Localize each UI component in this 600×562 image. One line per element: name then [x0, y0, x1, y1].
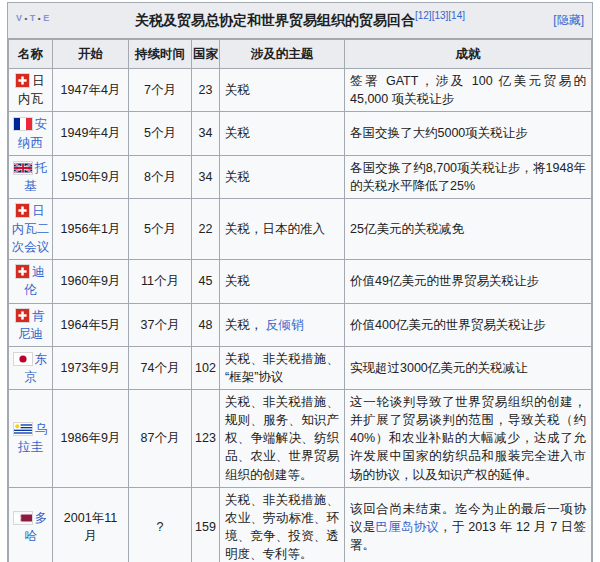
column-header: 成就: [345, 40, 592, 69]
start-cell: 1986年9月: [53, 390, 129, 488]
achievements-link[interactable]: 巴厘岛协议: [375, 520, 439, 534]
duration-cell: 8个月: [129, 155, 192, 198]
titlebar: V•T•E 关税及贸易总协定和世界贸易组织的贸易回合[12][13][14] […: [8, 3, 592, 39]
round-name-cell: 日内瓦: [9, 69, 53, 112]
table-row: 肯尼迪1964年5月37个月48关税， 反倾销价值400亿美元的世界贸易关税让步: [9, 303, 592, 346]
column-header: 持续时间: [129, 40, 192, 69]
subjects-cell: 关税、非关税措施、农业、劳动标准、环境、竞争、投资、透明度、专利等。: [220, 487, 345, 562]
navbox-title: 关税及贸易总协定和世界贸易组织的贸易回合: [135, 12, 415, 28]
switzerland-flag-icon: [16, 265, 29, 278]
round-name-cell: 多哈: [9, 487, 53, 562]
round-name-cell: 迪伦: [9, 260, 53, 303]
countries-cell: 34: [192, 155, 220, 198]
achievements-cell: 这一轮谈判导致了世界贸易组织的创建，并扩展了贸易谈判的范围，导致关税（约40%）…: [345, 390, 592, 488]
reference-links: [12][13][14]: [415, 10, 465, 21]
achievements-cell: 25亿美元的关税减免: [345, 198, 592, 259]
achievements-text: 价值49亿美元的世界贸易关税让步: [350, 274, 539, 288]
countries-cell: 48: [192, 303, 220, 346]
vte-links: V•T•E: [15, 13, 51, 23]
vte-separator: •: [38, 14, 41, 23]
start-cell: 1964年5月: [53, 303, 129, 346]
column-header: 名称: [9, 40, 53, 69]
achievements-text: 这一轮谈判导致了世界贸易组织的创建，并扩展了贸易谈判的范围，导致关税（约40%）…: [350, 395, 586, 482]
round-name-cell: 安纳西: [9, 112, 53, 155]
table-body: 日内瓦1947年4月7个月23关税签署 GATT，涉及 100 亿美元贸易的 4…: [9, 69, 592, 562]
subjects-text: 关税，日本的准入: [225, 222, 325, 236]
start-cell: 1950年9月: [53, 155, 129, 198]
vte-link-v[interactable]: V: [16, 13, 23, 23]
countries-cell: 22: [192, 198, 220, 259]
subjects-link[interactable]: 反倾销: [266, 318, 304, 332]
round-name-cell: 托基: [9, 155, 53, 198]
subjects-text: 关税: [225, 274, 250, 288]
trade-rounds-navbox: V•T•E 关税及贸易总协定和世界贸易组织的贸易回合[12][13][14] […: [7, 2, 593, 562]
achievements-cell: 价值49亿美元的世界贸易关税让步: [345, 260, 592, 303]
reference-link[interactable]: [13]: [432, 10, 449, 21]
subjects-text: 关税: [225, 170, 250, 184]
reference-link[interactable]: [14]: [448, 10, 465, 21]
trade-rounds-table: 名称开始持续时间国家涉及的主题成就 日内瓦1947年4月7个月23关税签署 GA…: [8, 39, 592, 562]
achievements-cell: 各国交换了约8,700项关税让步，将1948年的关税水平降低了25%: [345, 155, 592, 198]
duration-cell: 74个月: [129, 346, 192, 389]
subjects-text: 关税、非关税措施、农业、劳动标准、环境、竞争、投资、透明度、专利等。: [225, 493, 339, 561]
achievements-cell: 各国交换了大约5000项关税让步: [345, 112, 592, 155]
header-row: 名称开始持续时间国家涉及的主题成就: [9, 40, 592, 69]
achievements-cell: 签署 GATT，涉及 100 亿美元贸易的 45,000 项关税让步: [345, 69, 592, 112]
column-header: 国家: [192, 40, 220, 69]
column-header: 开始: [53, 40, 129, 69]
start-cell: 1960年9月: [53, 260, 129, 303]
vte-link-e[interactable]: E: [43, 13, 50, 23]
duration-cell: 87个月: [129, 390, 192, 488]
duration-cell: 37个月: [129, 303, 192, 346]
start-cell: 1949年4月: [53, 112, 129, 155]
subjects-cell: 关税、非关税措施、“框架”协议: [220, 346, 345, 389]
countries-cell: 34: [192, 112, 220, 155]
subjects-text: 关税: [225, 126, 250, 140]
switzerland-flag-icon: [16, 74, 29, 87]
vte-link-t[interactable]: T: [30, 13, 36, 23]
column-header: 涉及的主题: [220, 40, 345, 69]
countries-cell: 45: [192, 260, 220, 303]
table-row: 东京1973年9月74个月102关税、非关税措施、“框架”协议实现超过3000亿…: [9, 346, 592, 389]
round-name-cell: 东京: [9, 346, 53, 389]
subjects-cell: 关税: [220, 69, 345, 112]
start-cell: 2001年11月: [53, 487, 129, 562]
france-flag-icon: [14, 118, 32, 130]
reference-link[interactable]: [12]: [415, 10, 432, 21]
table-row: 迪伦1960年9月11个月45关税价值49亿美元的世界贸易关税让步: [9, 260, 592, 303]
achievements-cell: 该回合尚未结束。迄今为止的最后一项协议是巴厘岛协议，于 2013 年 12 月 …: [345, 487, 592, 562]
table-row: 日内瓦1947年4月7个月23关税签署 GATT，涉及 100 亿美元贸易的 4…: [9, 69, 592, 112]
subjects-text: 关税，: [225, 318, 266, 332]
subjects-cell: 关税: [220, 155, 345, 198]
start-cell: 1947年4月: [53, 69, 129, 112]
countries-cell: 23: [192, 69, 220, 112]
switzerland-flag-icon: [16, 309, 29, 322]
subjects-cell: 关税: [220, 260, 345, 303]
subjects-cell: 关税，日本的准入: [220, 198, 345, 259]
table-row: 乌拉圭1986年9月87个月123关税、非关税措施、规则、服务、知识产权、争端解…: [9, 390, 592, 488]
vte-separator: •: [25, 14, 28, 23]
round-name-cell: 日内瓦二次会议: [9, 198, 53, 259]
table-row: 托基1950年9月8个月34关税各国交换了约8,700项关税让步，将1948年的…: [9, 155, 592, 198]
duration-cell: 5个月: [129, 198, 192, 259]
subjects-cell: 关税， 反倾销: [220, 303, 345, 346]
achievements-text: 各国交换了大约5000项关税让步: [350, 126, 528, 140]
table-row: 日内瓦二次会议1956年1月5个月22关税，日本的准入25亿美元的关税减免: [9, 198, 592, 259]
achievements-text: 价值400亿美元的世界贸易关税让步: [350, 318, 546, 332]
countries-cell: 123: [192, 390, 220, 488]
switzerland-flag-icon: [16, 204, 29, 217]
achievements-text: 25亿美元的关税减免: [350, 222, 464, 236]
round-name-cell: 肯尼迪: [9, 303, 53, 346]
achievements-cell: 实现超过3000亿美元的关税减让: [345, 346, 592, 389]
subjects-cell: 关税: [220, 112, 345, 155]
qatar-flag-icon: [14, 512, 32, 524]
countries-cell: 159: [192, 487, 220, 562]
achievements-text: 实现超过3000亿美元的关税减让: [350, 361, 528, 375]
subjects-text: 关税: [225, 83, 250, 97]
duration-cell: 11个月: [129, 260, 192, 303]
countries-cell: 102: [192, 346, 220, 389]
subjects-cell: 关税、非关税措施、规则、服务、知识产权、争端解决、纺织品、农业、世界贸易组织的创…: [220, 390, 345, 488]
table-row: 多哈2001年11月?159关税、非关税措施、农业、劳动标准、环境、竞争、投资、…: [9, 487, 592, 562]
hide-link[interactable]: [隐藏]: [553, 12, 584, 29]
page: V•T•E 关税及贸易总协定和世界贸易组织的贸易回合[12][13][14] […: [0, 0, 600, 562]
